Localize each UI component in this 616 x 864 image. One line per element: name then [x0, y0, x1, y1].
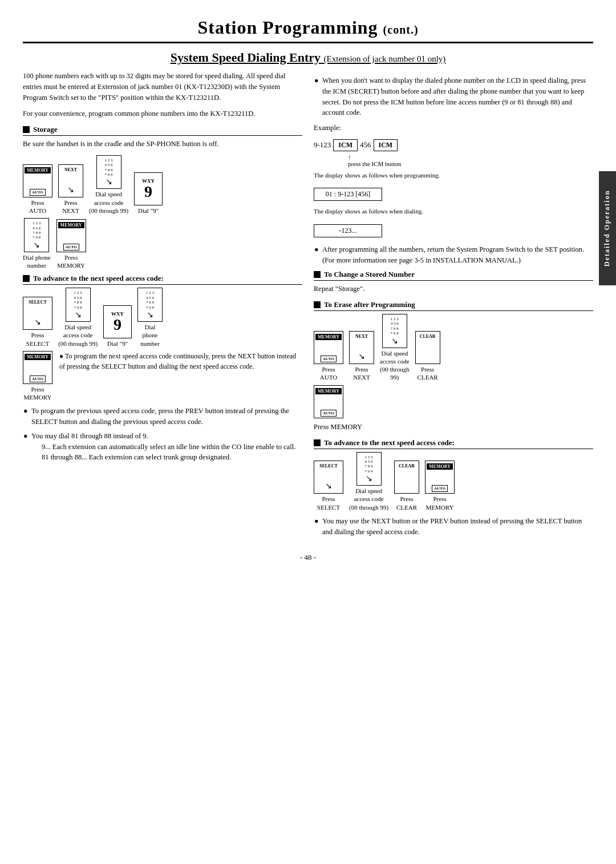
- after-prog-bullet: After programming all the numbers, retur…: [314, 244, 593, 266]
- advance-header: To advance to the next speed access code…: [23, 274, 302, 285]
- bullet-prev: To program the previous speed access cod…: [31, 406, 302, 427]
- storage-steps-row1: MEMORY AUTO PressAUTO NEXT ↙ PressNEXT: [23, 155, 302, 215]
- storage-steps-row2: 1 2 34 5 67 8 9* 0 # ↙ Dial phonenumber …: [23, 218, 302, 269]
- main-title-area: Station Programming (cont.): [23, 17, 593, 43]
- after-prog-note: After programming all the numbers, retur…: [322, 244, 593, 266]
- advance-dial-speed: 1 2 34 5 67 8 9* 0 # ↙ Dial speedaccess …: [58, 288, 98, 347]
- right-column: When you don't want to display the diale…: [314, 71, 593, 542]
- step-next: NEXT ↙ PressNEXT: [58, 164, 83, 215]
- page-number: - 48 -: [23, 553, 593, 562]
- page-title: Station Programming (cont.): [23, 17, 593, 38]
- erase-step-next: NEXT ↙ PressNEXT: [349, 331, 374, 382]
- erase-adv-select: SELECT ↙ PressSELECT: [314, 461, 343, 511]
- display-value-2: -123...: [314, 224, 382, 237]
- erase-advance-header: To advance to the next speed access code…: [314, 438, 593, 449]
- erase-step-clear: CLEAR PressCLEAR: [415, 331, 440, 382]
- step-dial-9-wxyz: WXY 9 Dial "9": [134, 172, 163, 215]
- erase-step-auto: MEMORY AUTO PressAUTO: [314, 331, 343, 382]
- step-press-memory: MEMORY AUTO PressMEMORY: [56, 219, 86, 270]
- example-label: Example:: [314, 123, 593, 134]
- change-note: Repeat "Storage".: [314, 284, 593, 294]
- step-memory-auto: MEMORY AUTO PressAUTO: [23, 164, 52, 215]
- advance-press-memory: MEMORY AUTO PressMEMORY: [23, 351, 52, 402]
- bullet-section-left: To program the previous speed access cod…: [23, 406, 302, 463]
- change-header: To Change a Stored Number: [314, 270, 593, 281]
- display-value-1: 01 : 9-123 [456]: [314, 188, 382, 201]
- sidebar-detailed-operation: Detailed Operation: [599, 171, 616, 285]
- erase-memory-row: MEMORY AUTO: [314, 385, 593, 418]
- erase-advance-steps-row: SELECT ↙ PressSELECT 1 2 34 5 67 8 9* 0 …: [314, 452, 593, 511]
- right-bullet-1: When you don't want to display the diale…: [314, 75, 593, 118]
- erase-adv-dial-speed: 1 2 34 5 67 8 9* 0 # ↙ Dial speedaccess …: [349, 452, 388, 511]
- display-note-1: The display shows as follows when progra…: [314, 171, 593, 180]
- storage-header: Storage: [23, 125, 302, 136]
- step-select: SELECT ↙ PressSELECT: [23, 297, 52, 348]
- step-dial-number: 1 2 34 5 67 8 9* 0 # ↙ Dial phonenumber: [23, 218, 51, 269]
- display-note-2: The display shows as follows when dialin…: [314, 207, 593, 216]
- erase-adv-clear: CLEAR PressCLEAR: [394, 461, 419, 511]
- right-secret-note: When you don't want to display the diale…: [322, 75, 593, 118]
- intro-para-1: 100 phone numbers each with up to 32 dig…: [23, 71, 302, 103]
- section-title: System Speed Dialing Entry (Extension of…: [23, 50, 593, 65]
- advance-dial-9: WXY 9 Dial "9": [103, 305, 132, 348]
- advance-dial-phone: 1 2 34 5 67 8 9* 0 # ↙ Dialphonenumber: [137, 288, 163, 347]
- advance-steps-row: SELECT ↙ PressSELECT 1 2 34 5 67 8 9* 0 …: [23, 288, 302, 347]
- erase-adv-memory: MEMORY AUTO PressMEMORY: [425, 461, 455, 511]
- storage-icon: [23, 126, 30, 133]
- erase-bullet: You may use the NEXT button or the PREV …: [322, 516, 593, 538]
- erase-dial-speed: 1 2 34 5 67 8 9* 0 # ↙ Dial speedaccess …: [380, 314, 410, 382]
- example-icm-seq: 9-123 ICM 456 ICM: [314, 139, 593, 151]
- advance-icon: [23, 275, 30, 282]
- erase-memory-label: Press MEMORY: [314, 422, 593, 433]
- step-dial-speed: 1 2 34 5 67 8 9* 0 # ↙ Dial speedaccess …: [89, 155, 128, 215]
- intro-para-2: For your convenience, program common pho…: [23, 108, 302, 119]
- bullet-81-88: You may dial 81 through 88 instead of 9.…: [31, 431, 302, 463]
- example-icm-note: ↑press the ICM button: [348, 154, 593, 167]
- advance-tip: ● To program the next speed access code …: [59, 351, 302, 372]
- erase-steps-row: MEMORY AUTO PressAUTO NEXT ↙ PressNEXT: [314, 314, 593, 382]
- icm-box-1: ICM: [333, 139, 358, 151]
- left-column: 100 phone numbers each with up to 32 dig…: [23, 71, 302, 542]
- erase-header: To Erase after Programming: [314, 300, 593, 311]
- icm-box-2: ICM: [374, 139, 398, 151]
- storage-note: Be sure the handset is in the cradle and…: [23, 139, 302, 150]
- erase-press-memory: MEMORY AUTO: [314, 385, 343, 418]
- erase-bullet-section: You may use the NEXT button or the PREV …: [314, 516, 593, 538]
